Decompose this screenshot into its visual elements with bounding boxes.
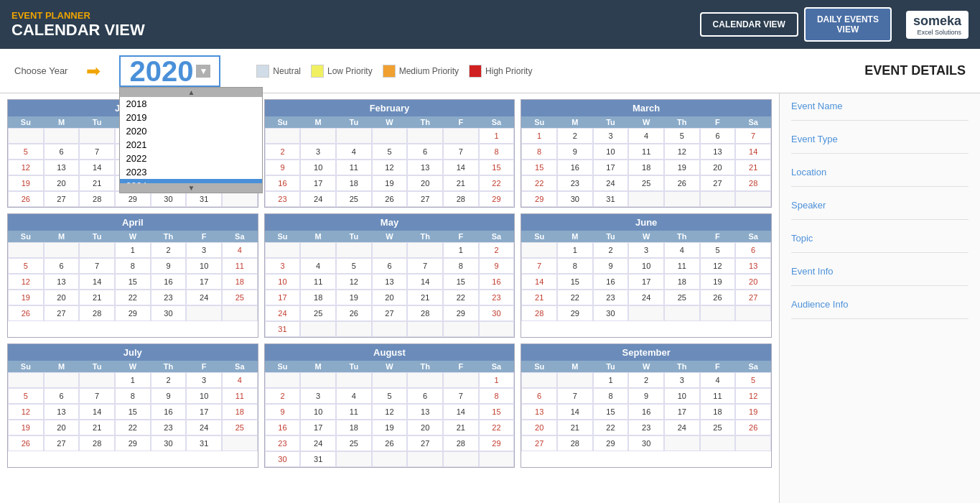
day-20[interactable]: 20 bbox=[44, 420, 80, 435]
day-29[interactable]: 29 bbox=[593, 435, 629, 451]
day-24[interactable]: 24 bbox=[265, 305, 301, 321]
day-30[interactable]: 30 bbox=[479, 305, 515, 321]
day-14[interactable]: 14 bbox=[443, 404, 479, 420]
day-19[interactable]: 19 bbox=[372, 175, 408, 191]
day-5[interactable]: 5 bbox=[735, 372, 771, 388]
day-30[interactable]: 30 bbox=[593, 305, 629, 321]
day-18[interactable]: 18 bbox=[628, 160, 664, 175]
day-9[interactable]: 9 bbox=[557, 144, 593, 160]
day-8[interactable]: 8 bbox=[479, 144, 515, 160]
day-19[interactable]: 19 bbox=[372, 420, 408, 435]
day-16[interactable]: 16 bbox=[265, 420, 301, 435]
day-24[interactable]: 24 bbox=[628, 290, 664, 305]
day-24[interactable]: 24 bbox=[186, 420, 222, 435]
day-15[interactable]: 15 bbox=[115, 404, 151, 420]
day-6[interactable]: 6 bbox=[372, 258, 408, 274]
day-13[interactable]: 13 bbox=[44, 274, 80, 290]
day-8[interactable]: 8 bbox=[479, 388, 515, 404]
day-26[interactable]: 26 bbox=[8, 435, 44, 451]
day-25[interactable]: 25 bbox=[664, 290, 700, 305]
day-21[interactable]: 21 bbox=[79, 420, 115, 435]
day-29[interactable]: 29 bbox=[115, 305, 151, 321]
day-26[interactable]: 26 bbox=[8, 305, 44, 321]
day-20[interactable]: 20 bbox=[735, 274, 771, 290]
day-23[interactable]: 23 bbox=[265, 435, 301, 451]
year-option-2022[interactable]: 2022 bbox=[120, 152, 262, 165]
day-26[interactable]: 26 bbox=[735, 420, 771, 435]
day-7[interactable]: 7 bbox=[79, 144, 115, 160]
day-17[interactable]: 17 bbox=[300, 420, 336, 435]
day-15[interactable]: 15 bbox=[479, 160, 515, 175]
day-4[interactable]: 4 bbox=[336, 144, 372, 160]
day-30[interactable]: 30 bbox=[151, 191, 187, 207]
day-23[interactable]: 23 bbox=[265, 191, 301, 207]
day-19[interactable]: 19 bbox=[8, 175, 44, 191]
day-4[interactable]: 4 bbox=[222, 372, 258, 388]
day-11[interactable]: 11 bbox=[336, 160, 372, 175]
day-27[interactable]: 27 bbox=[521, 435, 557, 451]
day-18[interactable]: 18 bbox=[222, 404, 258, 420]
day-7[interactable]: 7 bbox=[557, 388, 593, 404]
day-1[interactable]: 1 bbox=[115, 372, 151, 388]
day-19[interactable]: 19 bbox=[700, 274, 736, 290]
day-21[interactable]: 21 bbox=[79, 175, 115, 191]
day-25[interactable]: 25 bbox=[336, 435, 372, 451]
day-6[interactable]: 6 bbox=[735, 242, 771, 258]
day-13[interactable]: 13 bbox=[521, 404, 557, 420]
day-13[interactable]: 13 bbox=[700, 144, 736, 160]
day-22[interactable]: 22 bbox=[557, 290, 593, 305]
day-10[interactable]: 10 bbox=[300, 404, 336, 420]
day-9[interactable]: 9 bbox=[265, 404, 301, 420]
day-4[interactable]: 4 bbox=[222, 242, 258, 258]
day-26[interactable]: 26 bbox=[8, 191, 44, 207]
day-17[interactable]: 17 bbox=[186, 274, 222, 290]
day-26[interactable]: 26 bbox=[700, 290, 736, 305]
day-17[interactable]: 17 bbox=[628, 274, 664, 290]
day-1[interactable]: 1 bbox=[479, 128, 515, 144]
year-option-2020[interactable]: 2020 bbox=[120, 124, 262, 138]
day-6[interactable]: 6 bbox=[44, 258, 80, 274]
day-7[interactable]: 7 bbox=[443, 388, 479, 404]
day-5[interactable]: 5 bbox=[8, 258, 44, 274]
day-8[interactable]: 8 bbox=[521, 144, 557, 160]
day-12[interactable]: 12 bbox=[8, 160, 44, 175]
day-13[interactable]: 13 bbox=[407, 160, 443, 175]
day-20[interactable]: 20 bbox=[44, 290, 80, 305]
day-30[interactable]: 30 bbox=[265, 451, 301, 467]
year-option-2019[interactable]: 2019 bbox=[120, 111, 262, 124]
day-27[interactable]: 27 bbox=[407, 435, 443, 451]
day-31[interactable]: 31 bbox=[593, 191, 629, 207]
year-display[interactable]: 2020 ▼ bbox=[119, 55, 220, 87]
day-12[interactable]: 12 bbox=[735, 388, 771, 404]
day-14[interactable]: 14 bbox=[79, 274, 115, 290]
day-29[interactable]: 29 bbox=[479, 435, 515, 451]
day-10[interactable]: 10 bbox=[186, 258, 222, 274]
day-6[interactable]: 6 bbox=[407, 388, 443, 404]
day-14[interactable]: 14 bbox=[443, 160, 479, 175]
day-27[interactable]: 27 bbox=[700, 175, 736, 191]
dropdown-scroll-up[interactable]: ▲ bbox=[120, 88, 262, 97]
day-9[interactable]: 9 bbox=[265, 160, 301, 175]
day-24[interactable]: 24 bbox=[300, 435, 336, 451]
day-9[interactable]: 9 bbox=[151, 388, 187, 404]
day-4[interactable]: 4 bbox=[664, 242, 700, 258]
day-18[interactable]: 18 bbox=[300, 290, 336, 305]
day-13[interactable]: 13 bbox=[372, 274, 408, 290]
year-option-2023[interactable]: 2023 bbox=[120, 165, 262, 179]
day-3[interactable]: 3 bbox=[300, 388, 336, 404]
day-11[interactable]: 11 bbox=[664, 258, 700, 274]
day-17[interactable]: 17 bbox=[300, 175, 336, 191]
day-1[interactable]: 1 bbox=[115, 242, 151, 258]
day-5[interactable]: 5 bbox=[700, 242, 736, 258]
day-4[interactable]: 4 bbox=[628, 128, 664, 144]
day-24[interactable]: 24 bbox=[664, 420, 700, 435]
year-option-2021[interactable]: 2021 bbox=[120, 138, 262, 152]
day-22[interactable]: 22 bbox=[443, 290, 479, 305]
day-23[interactable]: 23 bbox=[628, 420, 664, 435]
day-28[interactable]: 28 bbox=[557, 435, 593, 451]
day-13[interactable]: 13 bbox=[407, 404, 443, 420]
day-8[interactable]: 8 bbox=[115, 388, 151, 404]
day-25[interactable]: 25 bbox=[222, 290, 258, 305]
day-31[interactable]: 31 bbox=[186, 435, 222, 451]
day-30[interactable]: 30 bbox=[151, 435, 187, 451]
